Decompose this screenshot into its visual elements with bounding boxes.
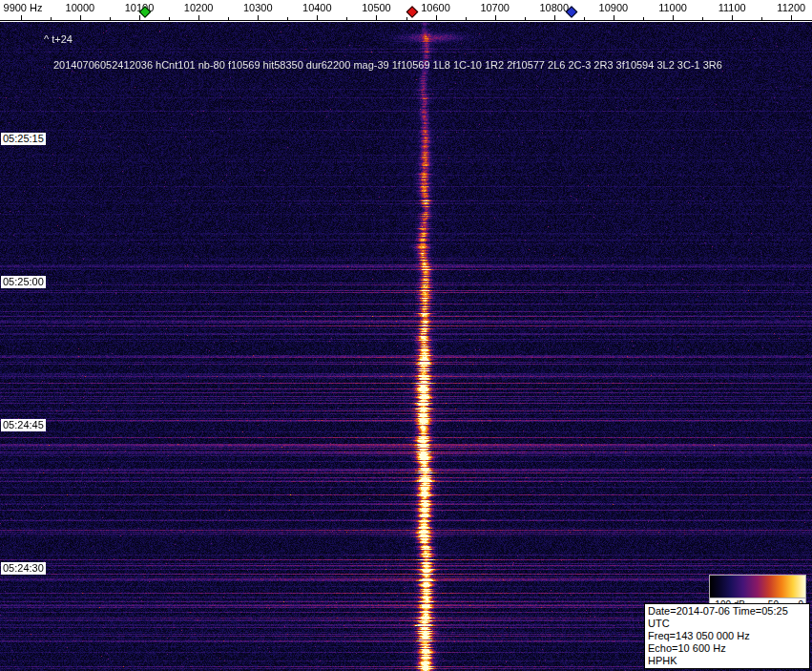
cursor-annotation: ^ t+24 xyxy=(44,33,73,45)
time-label: 05:25:00 xyxy=(1,276,46,288)
freq-minor-tick-mark xyxy=(466,17,467,20)
freq-tick-label: 10300 xyxy=(243,2,273,13)
status-info-box: Date=2014-07-06 Time=05:25 UTC Freq=143 … xyxy=(644,603,810,669)
freq-tick-mark xyxy=(673,15,674,20)
freq-minor-tick-mark xyxy=(406,17,407,20)
freq-tick-mark xyxy=(436,15,437,20)
freq-tick-mark xyxy=(791,15,792,20)
freq-tick-label: 10200 xyxy=(184,2,214,13)
frequency-axis: 9900 Hz100001010010200103001040010500106… xyxy=(0,0,812,21)
spectrogram-window: 9900 Hz100001010010200103001040010500106… xyxy=(0,0,812,671)
freq-minor-tick-mark xyxy=(346,17,347,20)
freq-tick-mark xyxy=(732,15,733,20)
freq-tick-label: 11200 xyxy=(777,2,805,13)
freq-tick-mark xyxy=(376,15,377,20)
freq-minor-tick-mark xyxy=(51,17,52,20)
freq-tick-mark xyxy=(495,15,496,20)
freq-tick-label: 10700 xyxy=(480,2,510,13)
event-data-annotation: 20140706052412036 hCnt101 nb-80 f10569 h… xyxy=(53,59,722,71)
freq-minor-tick-mark xyxy=(228,17,229,20)
freq-tick-label: 11100 xyxy=(718,2,746,13)
time-label: 05:24:45 xyxy=(1,419,46,431)
freq-tick-label: 10000 xyxy=(66,2,95,13)
info-station-line: HPHK xyxy=(648,655,806,667)
freq-tick-mark xyxy=(198,15,199,20)
freq-tick-label: 10500 xyxy=(362,2,391,13)
freq-minor-tick-mark xyxy=(525,17,526,20)
freq-minor-tick-mark xyxy=(761,17,762,20)
freq-tick-mark xyxy=(139,15,140,20)
freq-tick-label: 10900 xyxy=(599,2,629,13)
info-date-line: Date=2014-07-06 Time=05:25 UTC xyxy=(648,605,806,630)
freq-minor-tick-mark xyxy=(702,17,703,20)
spectrogram-canvas[interactable] xyxy=(0,22,812,671)
red-marker[interactable] xyxy=(406,6,418,18)
freq-minor-tick-mark xyxy=(110,17,111,20)
freq-tick-mark xyxy=(21,15,22,20)
spectrogram-plot: ^ t+24 20140706052412036 hCnt101 nb-80 f… xyxy=(0,22,812,671)
freq-minor-tick-mark xyxy=(643,17,644,20)
freq-tick-mark xyxy=(80,15,81,20)
info-echo-line: Echo=10 600 Hz xyxy=(648,642,806,655)
freq-minor-tick-mark xyxy=(287,17,288,20)
freq-tick-mark xyxy=(317,15,318,20)
freq-tick-mark xyxy=(614,15,614,20)
freq-tick-label: 10400 xyxy=(302,2,332,13)
info-freq-line: Freq=143 050 000 Hz xyxy=(648,630,806,642)
freq-tick-label: 11000 xyxy=(658,2,687,13)
freq-tick-label: 9900 Hz xyxy=(4,2,43,13)
freq-tick-label: 10600 xyxy=(421,2,450,13)
freq-minor-tick-mark xyxy=(169,17,170,20)
freq-tick-mark xyxy=(554,15,555,20)
time-label: 05:24:30 xyxy=(1,562,46,575)
freq-minor-tick-mark xyxy=(584,17,585,20)
time-label: 05:25:15 xyxy=(1,133,46,145)
colorbar-gradient xyxy=(710,576,805,598)
freq-tick-mark xyxy=(258,15,259,20)
